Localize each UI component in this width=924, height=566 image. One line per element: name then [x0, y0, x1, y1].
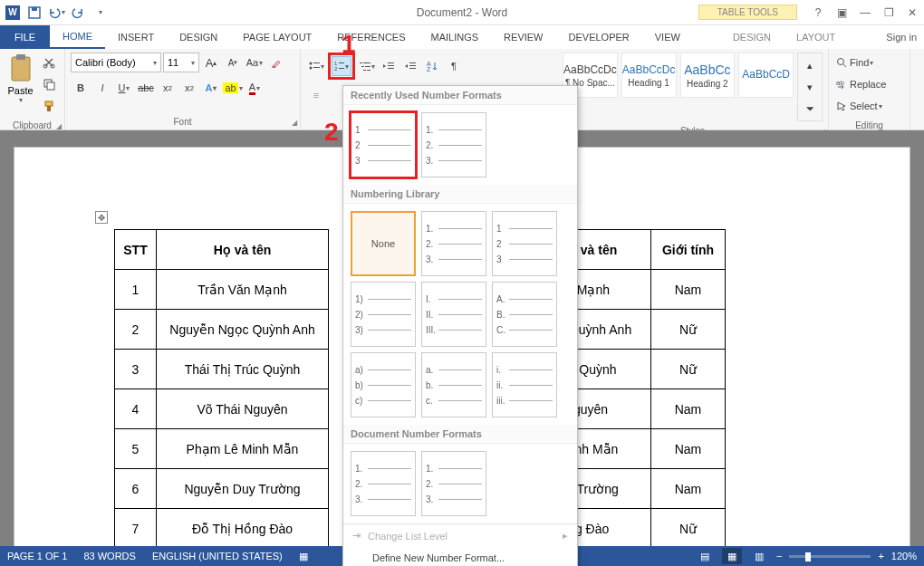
- tab-references[interactable]: REFERENCES: [324, 25, 418, 49]
- format-lib-alpha-lower-dot[interactable]: a. b. c.: [421, 352, 486, 417]
- clear-formatting-button[interactable]: [266, 53, 286, 72]
- paste-button[interactable]: Paste ▾: [5, 53, 35, 104]
- tab-view[interactable]: VIEW: [642, 25, 693, 49]
- close-button[interactable]: ✕: [900, 3, 924, 23]
- replace-button[interactable]: abReplace: [834, 74, 888, 94]
- zoom-slider[interactable]: [789, 555, 871, 558]
- format-lib-numparen[interactable]: 1) 2) 3): [351, 282, 416, 347]
- redo-button[interactable]: [69, 4, 87, 22]
- highlight-button[interactable]: ab▾: [223, 78, 243, 98]
- tab-home[interactable]: HOME: [50, 25, 105, 49]
- svg-point-32: [838, 59, 844, 65]
- numbering-button[interactable]: 12▾: [332, 56, 351, 76]
- increase-indent-button[interactable]: [400, 56, 420, 76]
- styles-scroll-up[interactable]: ▴: [800, 55, 820, 75]
- format-lib-numdot[interactable]: 1. 2. 3.: [421, 211, 486, 276]
- cut-button[interactable]: [39, 53, 59, 72]
- undo-button[interactable]: ▾: [47, 4, 65, 22]
- zoom-in-button[interactable]: +: [878, 551, 883, 561]
- svg-rect-29: [409, 68, 416, 69]
- style-more[interactable]: AaBbCcD: [738, 53, 794, 98]
- shrink-font-button[interactable]: A▾: [223, 53, 243, 72]
- format-lib-roman[interactable]: I. II. III.: [421, 282, 486, 347]
- copy-button[interactable]: [39, 74, 59, 94]
- format-lib-alpha-lower-paren[interactable]: a) b) c): [351, 352, 416, 417]
- bold-button[interactable]: B: [71, 78, 91, 98]
- format-doc-1[interactable]: 1. 2. 3.: [351, 451, 416, 516]
- align-left-button[interactable]: ≡: [306, 85, 326, 105]
- word-count-status[interactable]: 83 WORDS: [83, 551, 135, 562]
- table-row: 5Phạm Lê Minh Mẫn: [115, 429, 329, 469]
- language-status[interactable]: ENGLISH (UNITED STATES): [152, 551, 283, 562]
- define-new-format-item[interactable]: Define New Number Format...: [343, 547, 577, 566]
- tab-review[interactable]: REVIEW: [491, 25, 555, 49]
- tab-design[interactable]: DESIGN: [167, 25, 230, 49]
- tab-developer[interactable]: DEVELOPER: [556, 25, 642, 49]
- svg-rect-28: [409, 65, 416, 66]
- annotation-2: 2: [324, 118, 339, 147]
- dialog-launcher-icon[interactable]: ◢: [292, 119, 297, 127]
- select-button[interactable]: Select▾: [834, 96, 884, 116]
- tab-page-layout[interactable]: PAGE LAYOUT: [230, 25, 324, 49]
- font-size-combo[interactable]: 11▾: [163, 53, 199, 72]
- read-mode-button[interactable]: ▤: [695, 548, 715, 564]
- superscript-button[interactable]: x2: [179, 78, 199, 98]
- underline-button[interactable]: U▾: [114, 78, 134, 98]
- style-heading-1[interactable]: AaBbCcDcHeading 1: [621, 53, 677, 98]
- svg-text:Z: Z: [427, 66, 431, 72]
- print-layout-button[interactable]: ▦: [722, 548, 742, 564]
- format-painter-button[interactable]: [39, 96, 59, 116]
- format-none[interactable]: None: [351, 211, 416, 276]
- sort-button[interactable]: AZ: [422, 56, 442, 76]
- window-title: Document2 - Word: [417, 6, 507, 19]
- tab-table-layout[interactable]: LAYOUT: [784, 25, 848, 49]
- font-color-button[interactable]: A▾: [245, 78, 265, 98]
- format-lib-num[interactable]: 1 2 3: [492, 211, 557, 276]
- strikethrough-button[interactable]: abc: [136, 78, 156, 98]
- library-label: Numbering Library: [343, 185, 577, 204]
- table-move-handle[interactable]: ✥: [95, 211, 108, 224]
- decrease-indent-button[interactable]: [379, 56, 399, 76]
- grow-font-button[interactable]: A▴: [201, 53, 221, 72]
- style-heading-2[interactable]: AaBbCcHeading 2: [680, 53, 736, 98]
- zoom-level[interactable]: 120%: [891, 551, 917, 561]
- sign-in-link[interactable]: Sign in: [886, 25, 917, 49]
- word-icon: W: [4, 4, 22, 22]
- bullets-button[interactable]: ▾: [306, 56, 326, 76]
- format-recent-1[interactable]: 1 2 3: [351, 112, 416, 177]
- page-status[interactable]: PAGE 1 OF 1: [7, 551, 67, 562]
- quick-access-toolbar: W ▾ ▾: [0, 4, 112, 22]
- tab-mailings[interactable]: MAILINGS: [419, 25, 492, 49]
- format-doc-2[interactable]: 1. 2. 3.: [421, 451, 486, 516]
- macro-icon[interactable]: ▦: [299, 551, 308, 562]
- ribbon-display-button[interactable]: ▣: [830, 3, 853, 23]
- tab-table-design[interactable]: DESIGN: [720, 25, 784, 49]
- format-lib-alpha-upper[interactable]: A. B. C.: [492, 282, 557, 347]
- subscript-button[interactable]: x2: [158, 78, 178, 98]
- text-effects-button[interactable]: A▾: [201, 78, 221, 98]
- help-button[interactable]: ?: [806, 3, 830, 23]
- table-left[interactable]: STTHọ và tên 1Trần Văn Mạnh 2Nguyễn Ngọc…: [114, 229, 329, 546]
- italic-button[interactable]: I: [92, 78, 112, 98]
- qat-customize[interactable]: ▾: [91, 4, 109, 22]
- styles-scroll-down[interactable]: ▾: [800, 77, 820, 97]
- svg-rect-18: [360, 62, 362, 63]
- multilevel-list-button[interactable]: ▾: [357, 56, 377, 76]
- zoom-out-button[interactable]: −: [776, 551, 782, 561]
- restore-button[interactable]: ❐: [877, 3, 900, 23]
- svg-rect-24: [388, 62, 394, 63]
- show-marks-button[interactable]: ¶: [444, 56, 464, 76]
- format-lib-roman-lower[interactable]: i. ii. iii.: [492, 352, 557, 417]
- styles-more-button[interactable]: ⏷: [800, 99, 820, 119]
- change-case-button[interactable]: Aa▾: [245, 53, 265, 72]
- title-bar: W ▾ ▾ Document2 - Word TABLE TOOLS ? ▣ —…: [0, 0, 924, 25]
- format-recent-2[interactable]: 1. 2. 3.: [421, 112, 486, 177]
- save-button[interactable]: [25, 4, 43, 22]
- file-tab[interactable]: FILE: [0, 25, 50, 49]
- find-button[interactable]: Find▾: [834, 53, 875, 72]
- web-layout-button[interactable]: ▥: [749, 548, 769, 564]
- tab-insert[interactable]: INSERT: [105, 25, 167, 49]
- dialog-launcher-icon[interactable]: ◢: [56, 122, 62, 130]
- font-name-combo[interactable]: Calibri (Body)▾: [71, 53, 161, 72]
- minimize-button[interactable]: —: [853, 3, 877, 23]
